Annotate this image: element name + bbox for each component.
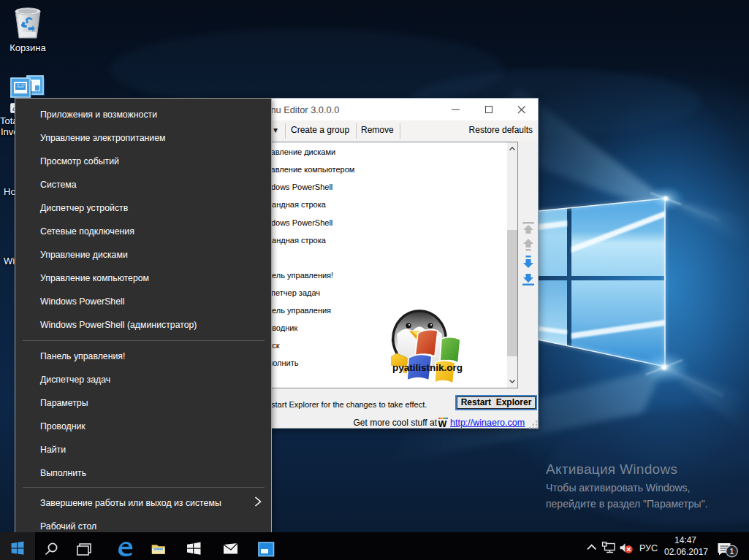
svg-text:1: 1	[729, 547, 734, 556]
svg-text:pyatilistnik.org: pyatilistnik.org	[392, 362, 463, 373]
svg-text:02.06.2017: 02.06.2017	[664, 547, 708, 557]
svg-text:W: W	[438, 419, 447, 429]
svg-text:РУС: РУС	[639, 543, 658, 553]
svg-text:14:47: 14:47	[674, 535, 696, 545]
